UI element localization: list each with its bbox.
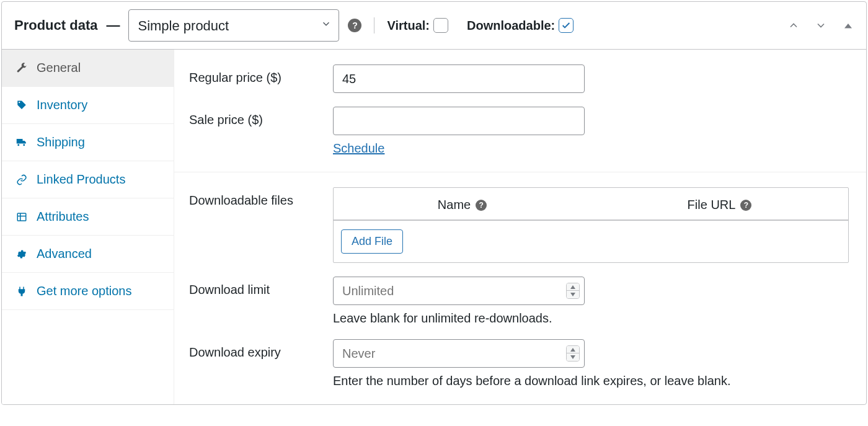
product-data-panel: Product data — Simple product ? Virtual:… xyxy=(1,1,867,405)
schedule-link[interactable]: Schedule xyxy=(333,141,384,156)
help-icon[interactable]: ? xyxy=(740,200,751,211)
title-dash: — xyxy=(106,17,120,33)
svg-marker-0 xyxy=(844,24,852,29)
collapse-button[interactable] xyxy=(839,16,857,35)
sale-price-label: Sale price ($) xyxy=(189,107,333,127)
sale-price-row: Sale price ($) Schedule xyxy=(189,107,851,156)
truck-icon xyxy=(16,136,28,149)
tab-label: Get more options xyxy=(37,284,131,298)
regular-price-input[interactable] xyxy=(333,64,585,93)
downloadable-checkbox[interactable] xyxy=(559,18,574,33)
tab-general[interactable]: General xyxy=(2,50,174,87)
help-icon[interactable]: ? xyxy=(476,200,487,211)
tab-label: Inventory xyxy=(37,98,87,112)
step-down-button[interactable] xyxy=(567,291,579,298)
tab-get-more-options[interactable]: Get more options xyxy=(2,273,174,310)
regular-price-label: Regular price ($) xyxy=(189,64,333,85)
list-icon xyxy=(16,211,28,223)
tab-content: Regular price ($) Sale price ($) Schedul… xyxy=(174,50,866,404)
svg-marker-5 xyxy=(570,293,575,296)
tab-advanced[interactable]: Advanced xyxy=(2,236,174,273)
tab-label: Linked Products xyxy=(37,172,125,187)
add-file-button[interactable]: Add File xyxy=(341,229,403,254)
panel-body: General Inventory Shipping Linked Produc… xyxy=(2,50,866,404)
virtual-group: Virtual: xyxy=(387,18,448,33)
download-expiry-label: Download expiry xyxy=(189,339,333,360)
col-fileurl-label: File URL xyxy=(688,198,736,212)
files-table-footer: Add File xyxy=(334,221,848,262)
tab-linked-products[interactable]: Linked Products xyxy=(2,161,174,198)
virtual-checkbox[interactable] xyxy=(433,18,448,33)
number-spinner xyxy=(566,283,580,299)
files-table: Name ? File URL ? Add File xyxy=(333,187,849,263)
tabs-sidebar: General Inventory Shipping Linked Produc… xyxy=(2,50,174,404)
tag-icon xyxy=(16,99,28,112)
downloadable-files-label: Downloadable files xyxy=(189,187,333,208)
move-down-button[interactable] xyxy=(812,16,830,35)
panel-title: Product data xyxy=(14,17,97,33)
download-limit-label: Download limit xyxy=(189,277,333,297)
gear-icon xyxy=(16,248,28,260)
link-icon xyxy=(16,174,28,186)
step-up-button[interactable] xyxy=(567,346,579,353)
sale-price-input[interactable] xyxy=(333,107,585,135)
download-expiry-input[interactable] xyxy=(333,339,585,368)
download-expiry-row: Download expiry xyxy=(189,339,851,388)
tab-label: General xyxy=(37,61,81,75)
step-down-button[interactable] xyxy=(567,353,579,361)
virtual-label: Virtual: xyxy=(387,19,430,33)
number-spinner xyxy=(566,345,580,362)
pricing-section: Regular price ($) Sale price ($) Schedul… xyxy=(174,50,866,172)
tab-label: Shipping xyxy=(37,135,85,149)
separator xyxy=(374,17,374,33)
downloadable-group: Downloadable: xyxy=(467,18,574,33)
panel-header: Product data — Simple product ? Virtual:… xyxy=(2,2,866,50)
regular-price-row: Regular price ($) xyxy=(189,64,851,93)
downloadable-files-row: Downloadable files Name ? File URL ? xyxy=(189,187,851,263)
product-type-select-wrap: Simple product xyxy=(128,9,339,42)
download-limit-help: Leave blank for unlimited re-downloads. xyxy=(333,311,851,326)
plug-icon xyxy=(16,285,28,298)
download-limit-row: Download limit xyxy=(189,277,851,326)
tab-label: Advanced xyxy=(37,247,92,261)
svg-marker-4 xyxy=(570,285,575,289)
download-section: Downloadable files Name ? File URL ? xyxy=(174,172,866,404)
tab-label: Attributes xyxy=(37,210,89,224)
tab-inventory[interactable]: Inventory xyxy=(2,87,174,124)
files-table-header: Name ? File URL ? xyxy=(334,188,848,220)
tab-attributes[interactable]: Attributes xyxy=(2,198,174,236)
svg-rect-1 xyxy=(17,213,26,221)
svg-marker-7 xyxy=(570,355,575,359)
tab-shipping[interactable]: Shipping xyxy=(2,124,174,161)
product-type-select[interactable]: Simple product xyxy=(128,9,339,42)
download-limit-input[interactable] xyxy=(333,277,585,305)
move-up-button[interactable] xyxy=(784,16,803,35)
col-name: Name ? xyxy=(334,198,591,212)
wrench-icon xyxy=(16,62,28,74)
downloadable-label: Downloadable: xyxy=(467,19,555,33)
step-up-button[interactable] xyxy=(567,283,579,291)
col-fileurl: File URL ? xyxy=(591,198,848,212)
download-expiry-help: Enter the number of days before a downlo… xyxy=(333,374,851,388)
help-icon[interactable]: ? xyxy=(348,19,361,32)
svg-marker-6 xyxy=(570,348,575,352)
col-name-label: Name xyxy=(438,198,471,212)
